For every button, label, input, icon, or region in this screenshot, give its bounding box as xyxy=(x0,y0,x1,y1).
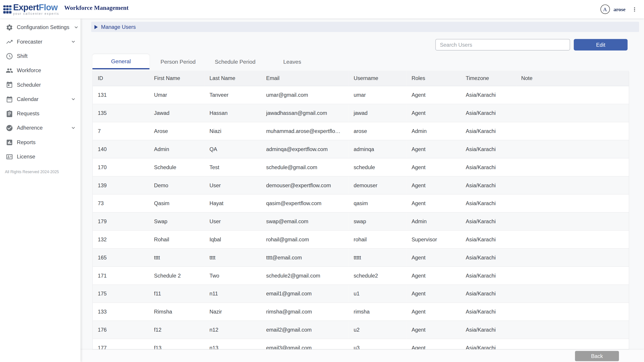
table-row[interactable]: 135JawadHassanjawadhassan@gmail.comjawad… xyxy=(93,104,629,122)
table-cell: Asia/Karachi xyxy=(461,230,516,248)
table-row[interactable]: 7AroseNiazimuhammad.arose@expertflow.com… xyxy=(93,122,629,140)
table-row[interactable]: 176f12n12email2@gmail.comu2AgentAsia/Kar… xyxy=(93,321,629,339)
table-cell: rohail@gmail.com xyxy=(261,230,348,248)
table-row[interactable]: 133RimshaNazirrimsha@gmail.comrimshaAgen… xyxy=(93,303,629,321)
table-row[interactable]: 175f11n11email1@gmail.comu1AgentAsia/Kar… xyxy=(93,285,629,303)
table-cell: demouser xyxy=(348,176,406,194)
table-cell: ttttt xyxy=(348,248,406,266)
table-cell: f12 xyxy=(149,321,204,339)
app-title: Workforce Management xyxy=(64,4,128,11)
table-cell: muhammad.arose@expertflow.com xyxy=(261,122,348,140)
table-cell: Hayat xyxy=(204,194,261,212)
chevron-down-icon xyxy=(73,24,80,30)
sidebar-item-shift[interactable]: Shift xyxy=(0,49,80,63)
sidebar-item-forecaster[interactable]: Forecaster xyxy=(0,34,80,49)
logo-text: ExpertFlow your callcenter experts xyxy=(13,3,59,15)
expand-triangle-icon xyxy=(94,25,98,29)
avatar[interactable]: A xyxy=(600,4,610,14)
table-cell: Agent xyxy=(406,86,461,104)
sidebar-item-label: Workforce xyxy=(17,67,41,73)
people-icon xyxy=(5,67,13,74)
table-row[interactable]: 171Schedule 2Twoschedule2@gmail.comsched… xyxy=(93,266,629,285)
table-cell: Rimsha xyxy=(149,303,204,321)
table-cell: Asia/Karachi xyxy=(461,266,516,285)
app-window: ExpertFlow your callcenter experts Workf… xyxy=(0,0,644,362)
table-cell: Hassan xyxy=(204,104,261,122)
table-cell: tttt xyxy=(204,248,261,266)
table-cell: 177 xyxy=(93,339,149,350)
sidebar-item-reports[interactable]: Reports xyxy=(0,135,80,149)
table-cell: Agent xyxy=(406,104,461,122)
edit-button[interactable]: Edit xyxy=(574,39,628,50)
tab-leaves[interactable]: Leaves xyxy=(264,54,321,69)
table-cell: 175 xyxy=(93,285,149,303)
table-cell xyxy=(516,248,629,266)
sidebar-item-requests[interactable]: Requests xyxy=(0,106,80,121)
table-cell: Tanveer xyxy=(204,86,261,104)
table-cell: Asia/Karachi xyxy=(461,104,516,122)
tab-general[interactable]: General xyxy=(92,54,149,69)
table-cell: Demo xyxy=(149,176,204,194)
table-cell: Admin xyxy=(406,212,461,230)
logo-expert: Expert xyxy=(13,2,39,12)
sidebar-item-configuration-settings[interactable]: Configuration Settings xyxy=(0,20,80,34)
kebab-menu-icon[interactable] xyxy=(631,5,638,13)
table-cell: 176 xyxy=(93,321,149,339)
table-cell: email2@gmail.com xyxy=(261,321,348,339)
table-row[interactable]: 170ScheduleTestschedule@gmail.comschedul… xyxy=(93,158,629,176)
sidebar-item-scheduler[interactable]: Scheduler xyxy=(0,77,80,92)
table-cell xyxy=(516,303,629,321)
main-content: Manage Users Edit General Person Period … xyxy=(80,18,644,362)
table-cell: 73 xyxy=(93,194,149,212)
table-cell: Asia/Karachi xyxy=(461,176,516,194)
table-row[interactable]: 179SwapUserswap@email.comswapAdminAsia/K… xyxy=(93,212,629,230)
trending-up-icon xyxy=(5,38,13,45)
users-table-card: IDFirst NameLast NameEmailUsernameRolesT… xyxy=(92,71,629,350)
footer-bar: Back xyxy=(80,350,644,362)
bar-chart-icon xyxy=(5,138,13,146)
calendar-icon xyxy=(5,81,13,89)
table-row[interactable]: 165tttttttttttt@email.comtttttAgentAsia/… xyxy=(93,248,629,266)
chevron-down-icon xyxy=(70,96,76,102)
table-cell: schedule xyxy=(348,158,406,176)
sidebar-item-calendar[interactable]: Calendar xyxy=(0,92,80,106)
table-row[interactable]: 177f13n13email3@gmail.comu3AgentAsia/Kar… xyxy=(93,339,629,350)
table-cell: adminqa@expertflow.com xyxy=(261,140,348,158)
table-row[interactable]: 132RohailIqbalrohail@gmail.comrohailSupe… xyxy=(93,230,629,248)
sidebar-item-workforce[interactable]: Workforce xyxy=(0,63,80,77)
table-cell: 165 xyxy=(93,248,149,266)
table-cell: 132 xyxy=(93,230,149,248)
sidebar-item-adherence[interactable]: Adherence xyxy=(0,121,80,135)
table-cell: Supervisor xyxy=(406,230,461,248)
table-cell xyxy=(516,212,629,230)
search-input[interactable] xyxy=(435,39,570,50)
table-row[interactable]: 73QasimHayatqasim@expertflow.comqasimAge… xyxy=(93,194,629,212)
table-cell: Agent xyxy=(406,248,461,266)
users-table: IDFirst NameLast NameEmailUsernameRolesT… xyxy=(93,71,629,350)
table-cell: u1 xyxy=(348,285,406,303)
back-button[interactable]: Back xyxy=(575,351,619,361)
table-row[interactable]: 139DemoUserdemouser@expertflow.comdemous… xyxy=(93,176,629,194)
table-row[interactable]: 131UmarTanveerumar@gmail.comumarAgentAsi… xyxy=(93,86,629,104)
table-cell: User xyxy=(204,176,261,194)
clock-icon xyxy=(5,52,13,60)
assignment-icon xyxy=(5,109,13,117)
table-cell: Umar xyxy=(149,86,204,104)
table-cell: rimsha xyxy=(348,303,406,321)
table-cell: schedule@gmail.com xyxy=(261,158,348,176)
sidebar-item-license[interactable]: License xyxy=(0,149,80,164)
table-row[interactable]: 140AdminQAadminqa@expertflow.comadminqaA… xyxy=(93,140,629,158)
table-cell xyxy=(516,194,629,212)
table-cell: Asia/Karachi xyxy=(461,339,516,350)
table-cell: swap xyxy=(348,212,406,230)
table-cell: Asia/Karachi xyxy=(461,194,516,212)
table-cell: umar@gmail.com xyxy=(261,86,348,104)
table-cell xyxy=(516,104,629,122)
tab-person-period[interactable]: Person Period xyxy=(150,54,206,69)
table-cell: Qasim xyxy=(149,194,204,212)
manage-users-header[interactable]: Manage Users xyxy=(91,22,639,32)
table-cell: tttt@email.com xyxy=(261,248,348,266)
tab-schedule-period[interactable]: Schedule Period xyxy=(206,54,264,69)
column-header-note: Note xyxy=(516,71,629,86)
table-cell: Asia/Karachi xyxy=(461,285,516,303)
